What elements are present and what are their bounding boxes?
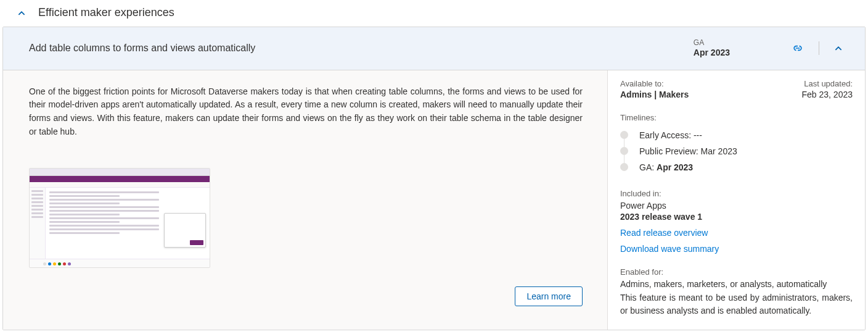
- timeline-dot-icon: [620, 131, 628, 139]
- timeline-list: Early Access: --- Public Preview: Mar 20…: [620, 127, 853, 175]
- enabled-for-who: Admins, makers, marketers, or analysts, …: [620, 279, 853, 289]
- feature-header: Add table columns to forms and views aut…: [3, 27, 865, 70]
- included-product: Power Apps: [620, 201, 853, 211]
- timeline-item-label: GA:: [639, 162, 657, 172]
- link-icon[interactable]: [789, 41, 806, 56]
- feature-description: One of the biggest friction points for M…: [29, 85, 583, 139]
- section-title: Efficient maker experiences: [38, 6, 174, 19]
- available-to-value: Admins | Makers: [620, 90, 689, 99]
- download-wave-summary-link[interactable]: Download wave summary: [620, 244, 853, 254]
- ga-date: Apr 2023: [694, 47, 730, 58]
- timelines-label: Timelines:: [620, 113, 853, 122]
- chevron-up-icon[interactable]: [17, 9, 26, 17]
- last-updated-label: Last updated:: [801, 79, 853, 88]
- learn-more-button[interactable]: Learn more: [515, 286, 583, 306]
- divider: [819, 41, 819, 55]
- timeline-item-value: Apr 2023: [657, 162, 693, 172]
- feature-title: Add table columns to forms and views aut…: [29, 43, 255, 54]
- feature-screenshot-thumbnail[interactable]: [29, 168, 210, 268]
- timeline-dot-icon: [620, 163, 628, 171]
- feature-body: One of the biggest friction points for M…: [3, 70, 865, 330]
- feature-card: Add table columns to forms and views aut…: [2, 27, 866, 330]
- timeline-item-value: ---: [694, 130, 702, 140]
- timeline-dot-icon: [620, 147, 628, 155]
- ga-info: GA Apr 2023: [694, 38, 777, 59]
- timeline-item-value: Mar 2023: [701, 146, 737, 156]
- last-updated-value: Feb 23, 2023: [801, 90, 853, 99]
- enabled-for-label: Enabled for:: [620, 267, 853, 277]
- enabled-for-description: This feature is meant to be used by admi…: [620, 291, 853, 317]
- feature-main: One of the biggest friction points for M…: [3, 70, 607, 330]
- included-in-label: Included in:: [620, 189, 853, 198]
- feature-side-panel: Available to: Admins | Makers Last updat…: [607, 70, 865, 330]
- collapse-chevron-icon[interactable]: [832, 41, 850, 55]
- feature-header-actions: GA Apr 2023: [694, 38, 850, 59]
- timeline-item: GA: Apr 2023: [620, 159, 853, 175]
- read-release-overview-link[interactable]: Read release overview: [620, 228, 853, 238]
- timeline-item-label: Public Preview:: [639, 146, 701, 156]
- timeline-item-label: Early Access:: [639, 130, 694, 140]
- section-header: Efficient maker experiences: [2, 0, 866, 27]
- included-wave: 2023 release wave 1: [620, 212, 853, 222]
- timeline-item: Public Preview: Mar 2023: [620, 143, 853, 159]
- timeline-item: Early Access: ---: [620, 127, 853, 143]
- ga-label: GA: [694, 38, 730, 47]
- available-to-label: Available to:: [620, 79, 689, 88]
